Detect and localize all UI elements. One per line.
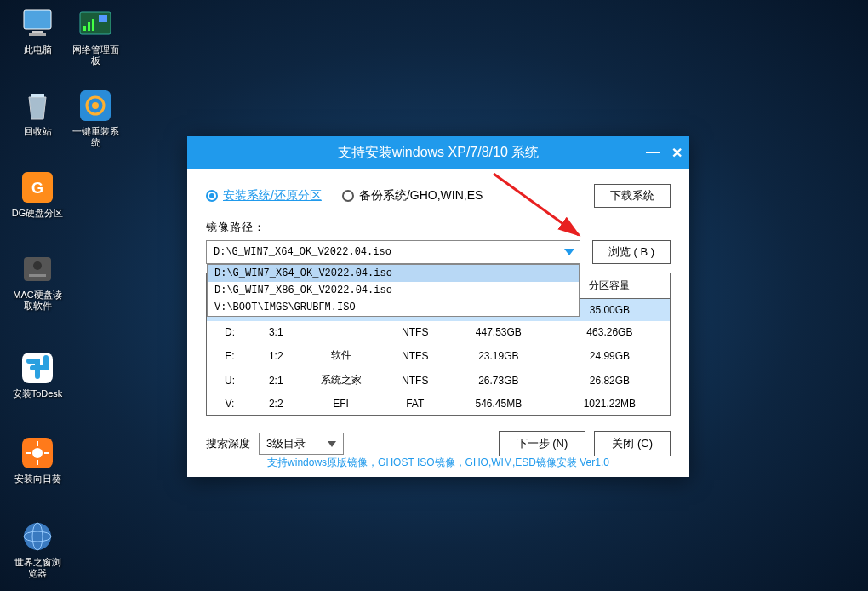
window-title: 支持安装windows XP/7/8/10 系统 (338, 144, 540, 162)
svg-rect-6 (92, 19, 94, 31)
radio-label: 备份系统/GHO,WIN,ES (359, 188, 483, 204)
svg-text:G: G (31, 180, 43, 197)
desktop-icon-label: MAC硬盘读取软件 (10, 290, 65, 312)
chevron-down-icon (328, 441, 336, 447)
svg-rect-8 (31, 94, 44, 97)
desktop-icon-label: 安装向日葵 (10, 473, 65, 485)
image-path-combo[interactable]: D:\G_WIN7_X64_OK_V2022.04.iso D:\G_WIN7_… (206, 240, 580, 264)
desktop-icon-label: 一键重装系统 (68, 126, 123, 148)
desktop-icon-dg[interactable]: G DG硬盘分区 (10, 170, 65, 219)
svg-rect-0 (24, 10, 51, 29)
desktop-icon-todesk[interactable]: 安装ToDesk (10, 351, 65, 399)
svg-rect-3 (80, 12, 111, 34)
svg-rect-5 (88, 22, 90, 31)
radio-dot-icon (206, 190, 218, 202)
dropdown-item[interactable]: D:\G_WIN7_X86_OK_V2022.04.iso (208, 282, 579, 299)
installer-dialog: 支持安装windows XP/7/8/10 系统 — ✕ 安装系统/还原分区 备… (187, 136, 689, 477)
svg-rect-4 (83, 26, 86, 31)
svg-rect-16 (29, 274, 46, 277)
svg-point-15 (33, 261, 42, 270)
table-row[interactable]: V:2:2 EFIFAT 546.45MB1021.22MB (207, 393, 671, 416)
combo-value: D:\G_WIN7_X64_OK_V2022.04.iso (214, 246, 391, 258)
desktop-icon-mac[interactable]: MAC硬盘读取软件 (10, 252, 65, 312)
radio-dot-icon (342, 190, 354, 202)
svg-rect-1 (32, 31, 43, 33)
dropdown-item[interactable]: D:\G_WIN7_X64_OK_V2022.04.iso (208, 265, 579, 282)
image-path-dropdown: D:\G_WIN7_X64_OK_V2022.04.iso D:\G_WIN7_… (207, 264, 580, 317)
radio-label: 安装系统/还原分区 (223, 188, 322, 204)
desktop-icon-recycle[interactable]: 回收站 (10, 89, 65, 137)
desktop-icon-network[interactable]: 网络管理面板 (68, 7, 123, 66)
desktop-icon-label: 世界之窗浏览器 (10, 557, 65, 579)
svg-point-19 (32, 448, 43, 458)
footer-text: 支持windows原版镜像，GHOST ISO镜像，GHO,WIM,ESD镜像安… (187, 449, 689, 477)
desktop-icon-label: DG硬盘分区 (10, 208, 65, 219)
desktop-icon-computer[interactable]: 此电脑 (10, 7, 65, 55)
close-icon[interactable]: ✕ (671, 145, 682, 161)
chevron-down-icon (564, 249, 574, 255)
table-row[interactable]: E:1:2 软件NTFS 23.19GB24.99GB (207, 343, 671, 368)
minimize-icon[interactable]: — (646, 145, 660, 160)
svg-rect-7 (99, 15, 107, 22)
browse-button[interactable]: 浏览 ( B ) (592, 240, 671, 264)
desktop-icon-label: 此电脑 (10, 44, 65, 55)
desktop-icon-sunflower[interactable]: 安装向日葵 (10, 436, 65, 485)
radio-install-restore[interactable]: 安装系统/还原分区 (206, 188, 322, 204)
svg-rect-2 (29, 33, 46, 36)
desktop-icon-label: 安装ToDesk (10, 388, 65, 399)
radio-backup[interactable]: 备份系统/GHO,WIN,ES (342, 188, 483, 204)
table-row[interactable]: U:2:1 系统之家NTFS 26.73GB26.82GB (207, 368, 671, 393)
titlebar[interactable]: 支持安装windows XP/7/8/10 系统 — ✕ (187, 136, 689, 169)
desktop-icon-reinstall[interactable]: 一键重装系统 (68, 89, 123, 148)
svg-point-24 (24, 523, 51, 550)
svg-point-11 (92, 102, 99, 109)
desktop-icon-browser[interactable]: 世界之窗浏览器 (10, 519, 65, 579)
desktop-icon-label: 回收站 (10, 126, 65, 137)
path-label: 镜像路径： (206, 220, 671, 235)
dropdown-item[interactable]: V:\BOOT\IMGS\GRUBFM.ISO (208, 299, 579, 316)
download-button[interactable]: 下载系统 (594, 184, 671, 208)
table-row[interactable]: D:3:1 NTFS 447.53GB463.26GB (207, 321, 671, 343)
desktop-icon-label: 网络管理面板 (68, 44, 123, 66)
